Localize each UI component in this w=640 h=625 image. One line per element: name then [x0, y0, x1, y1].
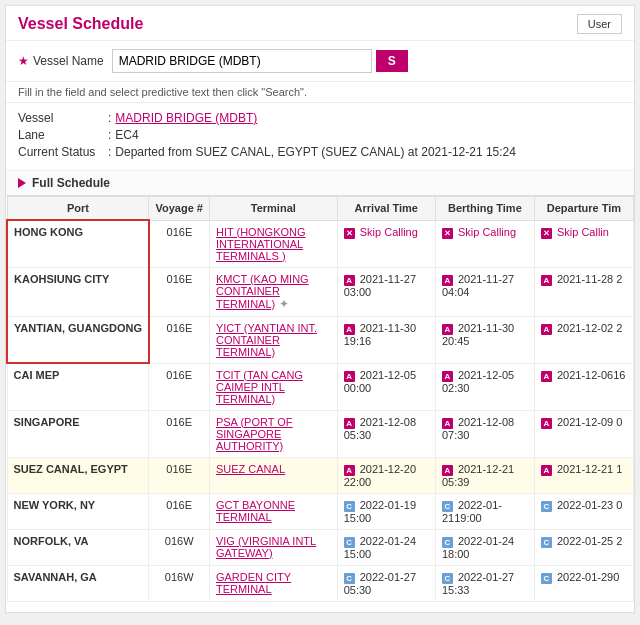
terminal-cell: GARDEN CITY TERMINAL [209, 565, 337, 601]
info-section: Vessel : MADRID BRIDGE (MDBT) Lane : EC4… [6, 103, 634, 171]
arrival-cell: A 2021-11-27 03:00 [337, 267, 435, 316]
terminal-link[interactable]: KMCT (KAO MING CONTAINER TERMINAL) [216, 273, 309, 310]
voyage-cell: 016E [149, 457, 210, 493]
user-button[interactable]: User [577, 14, 622, 34]
lane-label: Lane [18, 128, 108, 142]
berthing-cell: A 2021-12-05 02:30 [435, 363, 534, 410]
berthing-cell: A 2021-12-08 07:30 [435, 410, 534, 457]
arrival-cell: A 2021-12-08 05:30 [337, 410, 435, 457]
departure-cell: C 2022-01-290 [534, 565, 633, 601]
berthing-cell: A 2021-11-27 04:04 [435, 267, 534, 316]
page-title: Vessel Schedule [18, 15, 143, 33]
col-departure: Departure Tim [534, 197, 633, 221]
terminal-link[interactable]: HIT (HONGKONG INTERNATIONAL TERMINALS ) [216, 226, 306, 262]
port-cell: SAVANNAH, GA [7, 565, 149, 601]
voyage-cell: 016E [149, 316, 210, 363]
table-row: SUEZ CANAL, EGYPT016ESUEZ CANALA 2021-12… [7, 457, 634, 493]
table-row: CAI MEP016ETCIT (TAN CANG CAIMEP INTL TE… [7, 363, 634, 410]
table-row: KAOHSIUNG CITY016EKMCT (KAO MING CONTAIN… [7, 267, 634, 316]
terminal-cell: SUEZ CANAL [209, 457, 337, 493]
expand-icon [18, 178, 26, 188]
info-vessel-row: Vessel : MADRID BRIDGE (MDBT) [18, 111, 622, 125]
port-cell: KAOHSIUNG CITY [7, 267, 149, 316]
port-cell: SINGAPORE [7, 410, 149, 457]
search-button[interactable]: S [376, 50, 408, 72]
table-row: HONG KONG016EHIT (HONGKONG INTERNATIONAL… [7, 220, 634, 267]
departure-cell: A 2021-11-28 2 [534, 267, 633, 316]
terminal-cell: GCT BAYONNE TERMINAL [209, 493, 337, 529]
vessel-value: MADRID BRIDGE (MDBT) [115, 111, 257, 125]
info-status-row: Current Status : Departed from SUEZ CANA… [18, 145, 622, 159]
voyage-cell: 016E [149, 220, 210, 267]
terminal-link[interactable]: TCIT (TAN CANG CAIMEP INTL TERMINAL) [216, 369, 303, 405]
berthing-cell: C 2022-01-27 15:33 [435, 565, 534, 601]
table-row: SAVANNAH, GA016WGARDEN CITY TERMINALC 20… [7, 565, 634, 601]
table-header-row: Port Voyage # Terminal Arrival Time Bert… [7, 197, 634, 221]
search-row: ★ Vessel Name S [6, 41, 634, 82]
table-row: NORFOLK, VA016WVIG (VIRGINIA INTL GATEWA… [7, 529, 634, 565]
arrival-cell: C 2022-01-24 15:00 [337, 529, 435, 565]
terminal-cell: VIG (VIRGINIA INTL GATEWAY) [209, 529, 337, 565]
berthing-cell: C 2022-01-2119:00 [435, 493, 534, 529]
terminal-link[interactable]: VIG (VIRGINIA INTL GATEWAY) [216, 535, 316, 559]
departure-cell: A 2021-12-02 2 [534, 316, 633, 363]
vessel-name-label: Vessel Name [33, 54, 104, 68]
vessel-label: Vessel [18, 111, 108, 125]
terminal-link[interactable]: GCT BAYONNE TERMINAL [216, 499, 295, 523]
terminal-cell: TCIT (TAN CANG CAIMEP INTL TERMINAL) [209, 363, 337, 410]
terminal-link[interactable]: YICT (YANTIAN INT. CONTAINER TERMINAL) [216, 322, 317, 358]
required-star: ★ [18, 54, 29, 68]
berthing-cell: C 2022-01-24 18:00 [435, 529, 534, 565]
departure-cell: A 2021-12-09 0 [534, 410, 633, 457]
schedule-table: Port Voyage # Terminal Arrival Time Bert… [6, 196, 634, 602]
port-cell: NORFOLK, VA [7, 529, 149, 565]
terminal-cell: HIT (HONGKONG INTERNATIONAL TERMINALS ) [209, 220, 337, 267]
col-voyage: Voyage # [149, 197, 210, 221]
arrival-cell: C 2022-01-27 05:30 [337, 565, 435, 601]
terminal-cell: KMCT (KAO MING CONTAINER TERMINAL) ✦ [209, 267, 337, 316]
status-label: Current Status [18, 145, 108, 159]
departure-cell: C 2022-01-23 0 [534, 493, 633, 529]
voyage-cell: 016W [149, 565, 210, 601]
arrival-cell: ✕ Skip Calling [337, 220, 435, 267]
full-schedule-label: Full Schedule [32, 176, 110, 190]
terminal-cell: YICT (YANTIAN INT. CONTAINER TERMINAL) [209, 316, 337, 363]
vessel-name-input[interactable] [112, 49, 372, 73]
table-row: SINGAPORE016EPSA (PORT OF SINGAPORE AUTH… [7, 410, 634, 457]
lane-value: EC4 [115, 128, 138, 142]
port-cell: CAI MEP [7, 363, 149, 410]
col-berthing: Berthing Time [435, 197, 534, 221]
arrival-cell: A 2021-12-20 22:00 [337, 457, 435, 493]
col-arrival: Arrival Time [337, 197, 435, 221]
berthing-cell: A 2021-11-30 20:45 [435, 316, 534, 363]
terminal-link[interactable]: SUEZ CANAL [216, 463, 285, 475]
status-value: Departed from SUEZ CANAL, EGYPT (SUEZ CA… [115, 145, 516, 159]
table-wrap: Port Voyage # Terminal Arrival Time Bert… [6, 196, 634, 602]
departure-cell: C 2022-01-25 2 [534, 529, 633, 565]
arrival-cell: A 2021-11-30 19:16 [337, 316, 435, 363]
info-lane-row: Lane : EC4 [18, 128, 622, 142]
departure-cell: A 2021-12-0616 [534, 363, 633, 410]
voyage-cell: 016E [149, 363, 210, 410]
terminal-cell: PSA (PORT OF SINGAPORE AUTHORITY) [209, 410, 337, 457]
port-cell: YANTIAN, GUANGDONG [7, 316, 149, 363]
port-cell: HONG KONG [7, 220, 149, 267]
col-terminal: Terminal [209, 197, 337, 221]
col-port: Port [7, 197, 149, 221]
hint-text: Fill in the field and select predictive … [6, 82, 634, 103]
voyage-cell: 016E [149, 267, 210, 316]
arrival-cell: A 2021-12-05 00:00 [337, 363, 435, 410]
voyage-cell: 016E [149, 493, 210, 529]
port-cell: NEW YORK, NY [7, 493, 149, 529]
departure-cell: ✕ Skip Callin [534, 220, 633, 267]
table-row: YANTIAN, GUANGDONG016EYICT (YANTIAN INT.… [7, 316, 634, 363]
vessel-link[interactable]: MADRID BRIDGE (MDBT) [115, 111, 257, 125]
terminal-link[interactable]: PSA (PORT OF SINGAPORE AUTHORITY) [216, 416, 293, 452]
voyage-cell: 016E [149, 410, 210, 457]
departure-cell: A 2021-12-21 1 [534, 457, 633, 493]
full-schedule-bar[interactable]: Full Schedule [6, 171, 634, 196]
port-cell: SUEZ CANAL, EGYPT [7, 457, 149, 493]
header: Vessel Schedule User [6, 6, 634, 41]
terminal-link[interactable]: GARDEN CITY TERMINAL [216, 571, 291, 595]
berthing-cell: ✕ Skip Calling [435, 220, 534, 267]
